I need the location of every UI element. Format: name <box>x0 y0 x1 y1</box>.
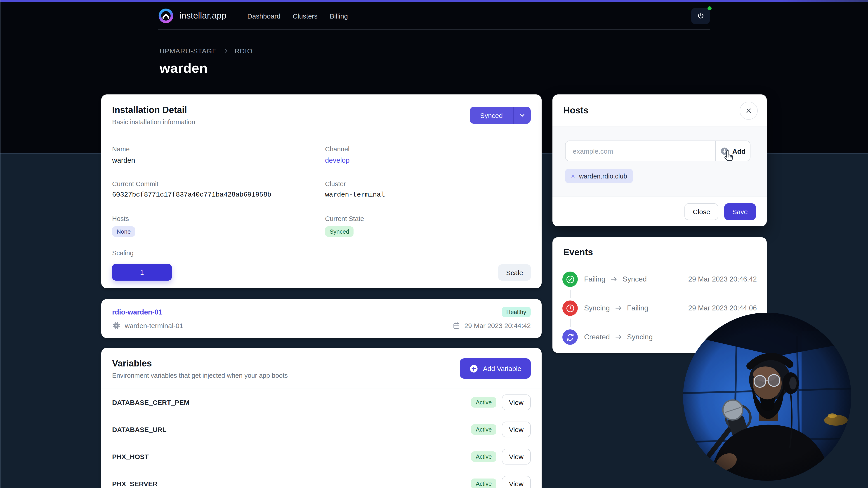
event-item: Syncing Failing <box>562 300 648 316</box>
channel-link[interactable]: develop <box>325 156 350 164</box>
event-from: Syncing <box>584 304 610 312</box>
add-variable-label: Add Variable <box>483 365 521 372</box>
instance-link[interactable]: rdio-warden-01 <box>112 308 162 316</box>
variable-status-badge: Active <box>471 424 496 435</box>
add-variable-button[interactable]: Add Variable <box>460 358 531 379</box>
event-from: Created <box>584 333 610 341</box>
event-item: Created Syncing <box>562 329 653 345</box>
field-label: Hosts <box>112 215 135 222</box>
arrow-right-icon <box>610 275 618 283</box>
sync-state-split-button[interactable]: Synced <box>470 107 531 124</box>
page-title: warden <box>160 61 253 76</box>
variable-row: PHX_SERVER Active View <box>101 470 541 488</box>
event-timestamp: 29 Mar 2023 20:44:06 <box>688 304 757 312</box>
navbar-inner: instellar.app Dashboard Clusters Billing <box>158 2 710 30</box>
remove-tag-icon[interactable]: × <box>571 173 575 180</box>
modal-close-text-button[interactable]: Close <box>685 203 718 220</box>
breadcrumb-project[interactable]: RDIO <box>235 47 253 55</box>
breadcrumb: UPMARU-STAGE RDIO <box>160 47 253 55</box>
state-badge: Synced <box>325 226 354 237</box>
app-root: instellar.app Dashboard Clusters Billing… <box>0 0 868 488</box>
arrow-right-icon <box>614 333 622 341</box>
field-cluster: Cluster warden-terminal <box>325 180 385 199</box>
chevron-down-icon <box>519 111 526 119</box>
modal-save-button[interactable]: Save <box>724 203 756 220</box>
hosts-modal: Hosts <box>553 94 767 226</box>
nav-link-clusters[interactable]: Clusters <box>293 12 318 20</box>
view-variable-button[interactable]: View <box>502 394 531 410</box>
instance-card: rdio-warden-01 Healthy warden-terminal-0… <box>101 299 541 338</box>
power-button[interactable] <box>691 8 710 24</box>
nav-link-dashboard[interactable]: Dashboard <box>247 12 281 20</box>
field-label: Current State <box>325 215 364 222</box>
navbar: instellar.app Dashboard Clusters Billing <box>0 2 868 29</box>
host-input-group: Add <box>565 140 750 161</box>
event-from: Failing <box>584 275 605 283</box>
variable-name: DATABASE_URL <box>112 426 166 433</box>
event-to: Failing <box>627 304 648 312</box>
variable-row: DATABASE_CERT_PEM Active View <box>101 389 541 416</box>
installation-subtitle: Basic installation information <box>112 119 531 126</box>
event-to: Syncing <box>627 333 653 341</box>
field-label: Current Commit <box>112 180 271 188</box>
instance-row-bottom: warden-terminal-01 29 Mar 2023 20:44:42 <box>112 321 531 330</box>
field-scaling: Scaling <box>112 250 133 257</box>
scale-button[interactable]: Scale <box>498 264 531 281</box>
calendar-icon <box>453 322 460 329</box>
event-to: Synced <box>622 275 647 283</box>
event-item: Failing Synced <box>562 271 647 287</box>
app-logo-icon <box>158 8 174 24</box>
variable-row: DATABASE_URL Active View <box>101 416 541 443</box>
host-tag: × warden.rdio.club <box>565 169 633 183</box>
hosts-modal-body: Add × warden.rdio.club <box>553 127 767 197</box>
check-circle-icon <box>562 271 578 287</box>
variable-name: PHX_SERVER <box>112 480 158 488</box>
side-column: Hosts <box>553 94 767 353</box>
cluster-name: warden-terminal <box>325 191 385 199</box>
sync-state-label[interactable]: Synced <box>470 107 513 124</box>
field-hosts: Hosts None <box>112 215 135 237</box>
field-label: Scaling <box>112 250 133 257</box>
hosts-modal-header: Hosts <box>553 94 767 127</box>
refresh-icon <box>562 329 578 345</box>
field-current-state: Current State Synced <box>325 215 364 237</box>
sync-state-caret[interactable] <box>513 107 531 124</box>
plus-circle-icon <box>469 364 478 373</box>
field-label: Cluster <box>325 180 385 188</box>
add-host-button[interactable]: Add <box>715 141 750 161</box>
alert-circle-icon <box>562 300 578 316</box>
health-badge: Healthy <box>502 307 531 317</box>
instance-node-label: warden-terminal-01 <box>125 322 183 329</box>
breadcrumb-org[interactable]: UPMARU-STAGE <box>160 47 217 55</box>
webcam-overlay <box>683 313 851 481</box>
field-commit: Current Commit 60327bcf8771c17f837a40c77… <box>112 180 271 199</box>
close-icon <box>745 107 752 114</box>
commit-hash: 60327bcf8771c17f837a40c771ba428ab691958b <box>112 191 271 199</box>
events-title: Events <box>563 247 593 258</box>
hosts-modal-title: Hosts <box>563 105 588 116</box>
scaling-value-button[interactable]: 1 <box>112 264 172 281</box>
brand-name: instellar.app <box>180 11 226 21</box>
view-variable-button[interactable]: View <box>502 422 531 437</box>
brand[interactable]: instellar.app <box>158 8 226 24</box>
instance-timestamp: 29 Mar 2023 20:44:42 <box>453 322 531 329</box>
field-name: Name warden <box>112 145 135 164</box>
main-column: Installation Detail Basic installation i… <box>101 94 541 488</box>
arrow-right-icon <box>614 304 622 312</box>
field-label: Name <box>112 145 135 153</box>
timeline-connector <box>569 319 571 327</box>
host-input[interactable] <box>565 141 715 161</box>
nav-links: Dashboard Clusters Billing <box>247 12 348 20</box>
instance-node: warden-terminal-01 <box>112 321 183 330</box>
page-header: UPMARU-STAGE RDIO warden <box>160 47 253 76</box>
nav-link-billing[interactable]: Billing <box>330 12 348 20</box>
view-variable-button[interactable]: View <box>502 476 531 488</box>
modal-close-button[interactable] <box>740 102 758 120</box>
online-status-dot <box>708 6 712 10</box>
top-accent-bar <box>0 0 868 2</box>
variable-name: PHX_HOST <box>112 453 149 460</box>
variable-status-badge: Active <box>471 451 496 462</box>
cpu-chip-icon <box>112 321 121 330</box>
view-variable-button[interactable]: View <box>502 449 531 464</box>
variable-row: PHX_HOST Active View <box>101 443 541 470</box>
